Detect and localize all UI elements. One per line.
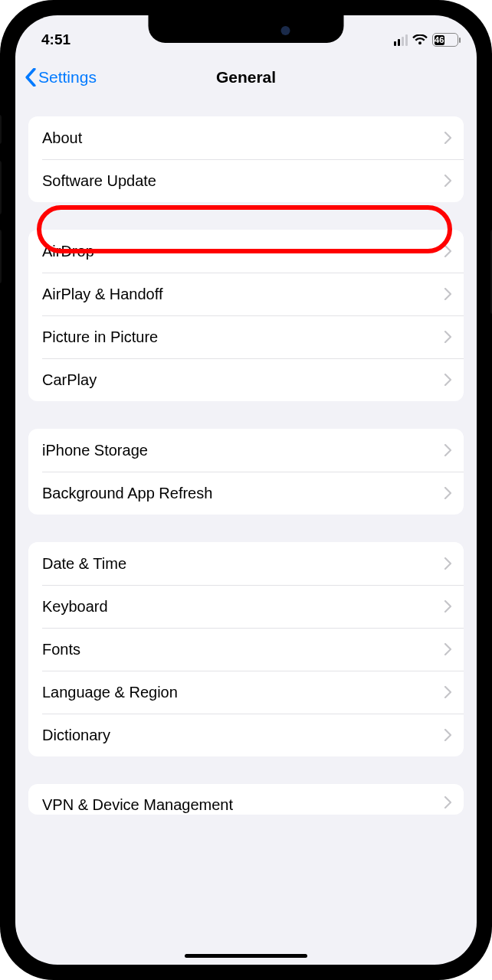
row-dictionary[interactable]: Dictionary — [28, 714, 464, 756]
chevron-left-icon — [25, 68, 37, 87]
volume-down-button — [0, 230, 2, 283]
screen: 4:51 46 Settings General — [15, 15, 477, 965]
nav-bar: Settings General — [15, 57, 477, 98]
chevron-right-icon — [444, 245, 451, 257]
settings-group: AirDropAirPlay & HandoffPicture in Pictu… — [28, 230, 464, 401]
back-label: Settings — [38, 68, 97, 87]
battery-percent: 46 — [435, 35, 444, 45]
row-keyboard[interactable]: Keyboard — [28, 585, 464, 628]
row-label: About — [42, 129, 82, 147]
row-label: Picture in Picture — [42, 328, 158, 346]
row-fonts[interactable]: Fonts — [28, 628, 464, 671]
row-date-time[interactable]: Date & Time — [28, 542, 464, 585]
row-label: AirPlay & Handoff — [42, 286, 163, 303]
settings-group: AboutSoftware Update — [28, 116, 464, 202]
chevron-right-icon — [444, 729, 451, 741]
settings-group: iPhone StorageBackground App Refresh — [28, 429, 464, 514]
status-right: 46 — [394, 33, 458, 47]
chevron-right-icon — [444, 557, 451, 570]
status-time: 4:51 — [41, 31, 71, 48]
volume-up-button — [0, 161, 2, 214]
chevron-right-icon — [444, 374, 451, 386]
chevron-right-icon — [444, 686, 451, 698]
row-label: iPhone Storage — [42, 442, 148, 459]
row-label: Software Update — [42, 172, 156, 190]
battery-icon: 46 — [432, 33, 458, 47]
row-iphone-storage[interactable]: iPhone Storage — [28, 429, 464, 472]
row-label: CarPlay — [42, 371, 97, 389]
row-label: Background App Refresh — [42, 485, 212, 502]
row-vpn-device-management[interactable]: VPN & Device Management — [28, 784, 464, 815]
chevron-right-icon — [444, 132, 451, 144]
chevron-right-icon — [444, 444, 451, 456]
row-language-region[interactable]: Language & Region — [28, 671, 464, 714]
chevron-right-icon — [444, 288, 451, 300]
row-pip[interactable]: Picture in Picture — [28, 315, 464, 358]
row-about[interactable]: About — [28, 116, 464, 159]
chevron-right-icon — [444, 600, 451, 612]
row-background-app-refresh[interactable]: Background App Refresh — [28, 472, 464, 514]
row-label: Keyboard — [42, 598, 108, 616]
row-label: Language & Region — [42, 684, 178, 701]
silent-switch — [0, 115, 2, 144]
wifi-icon — [412, 34, 428, 45]
row-label: Fonts — [42, 641, 80, 658]
chevron-right-icon — [444, 643, 451, 655]
row-label: VPN & Device Management — [42, 796, 233, 814]
settings-group: VPN & Device Management — [28, 784, 464, 815]
settings-group: Date & TimeKeyboardFontsLanguage & Regio… — [28, 542, 464, 756]
row-airdrop[interactable]: AirDrop — [28, 230, 464, 273]
chevron-right-icon — [444, 487, 451, 499]
row-label: Date & Time — [42, 555, 126, 573]
row-software-update[interactable]: Software Update — [28, 159, 464, 202]
page-title: General — [216, 68, 276, 87]
cellular-icon — [394, 34, 408, 46]
chevron-right-icon — [444, 796, 451, 808]
row-airplay-handoff[interactable]: AirPlay & Handoff — [28, 273, 464, 315]
row-label: AirDrop — [42, 243, 94, 260]
device-frame: 4:51 46 Settings General — [0, 0, 492, 980]
notch — [149, 15, 344, 43]
home-indicator[interactable] — [185, 954, 307, 958]
chevron-right-icon — [444, 175, 451, 187]
row-carplay[interactable]: CarPlay — [28, 358, 464, 401]
chevron-right-icon — [444, 331, 451, 343]
back-button[interactable]: Settings — [25, 57, 97, 98]
row-label: Dictionary — [42, 727, 110, 744]
settings-list[interactable]: AboutSoftware UpdateAirDropAirPlay & Han… — [15, 98, 477, 965]
